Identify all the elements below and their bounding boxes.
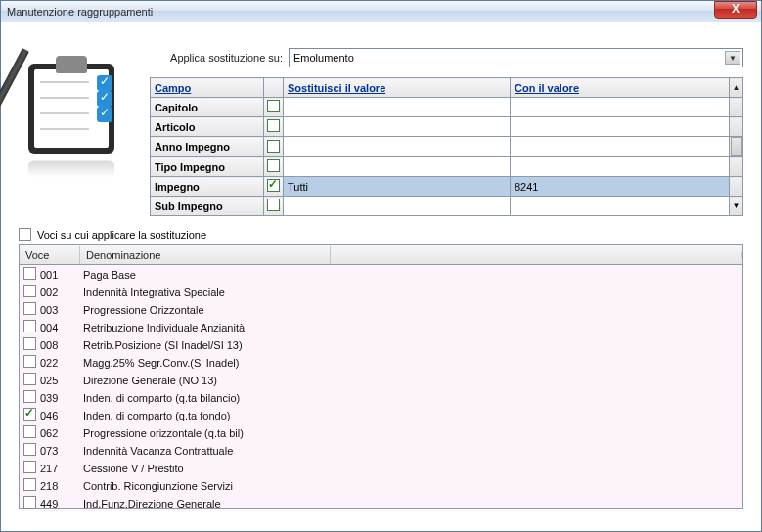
row-checkbox[interactable] — [23, 390, 36, 403]
voce-denominazione: Cessione V / Prestito — [83, 461, 742, 474]
row-checkbox[interactable] — [23, 443, 36, 456]
voce-code: 022 — [40, 355, 83, 369]
substitution-table: Campo Sostituisci il valore Con il valor… — [150, 77, 743, 216]
conil-cell[interactable] — [511, 137, 730, 157]
row-enable-checkbox[interactable] — [264, 157, 284, 177]
conil-cell[interactable]: 8241 — [511, 177, 730, 197]
row-checkbox[interactable] — [23, 337, 36, 350]
list-item[interactable]: 218Contrib. Ricongiunzione Servizi — [20, 476, 742, 494]
list-item[interactable]: 217Cessione V / Prestito — [20, 459, 742, 476]
row-checkbox[interactable] — [23, 302, 36, 315]
close-icon: X — [732, 2, 740, 16]
col-voce[interactable]: Voce — [20, 246, 80, 264]
substitution-row: ImpegnoTutti8241 — [151, 177, 743, 197]
scroll-up[interactable]: ▲ — [730, 78, 743, 98]
checkbox-icon — [267, 179, 280, 192]
row-enable-checkbox[interactable] — [264, 98, 284, 117]
voce-denominazione: Progressione Orizzontale — [83, 302, 742, 316]
col-campo[interactable]: Campo — [151, 78, 264, 98]
conil-cell[interactable] — [511, 197, 730, 216]
row-checkbox[interactable] — [23, 478, 36, 491]
voce-code: 073 — [40, 443, 83, 457]
voci-grid: Voce Denominazione 001Paga Base002Indenn… — [19, 244, 743, 509]
scrollbar-thumb[interactable] — [731, 137, 742, 156]
voci-grid-header: Voce Denominazione — [20, 245, 742, 265]
list-item[interactable]: 046Inden. di comparto (q.ta fondo) — [20, 406, 742, 423]
list-item[interactable]: 073Indennità Vacanza Contrattuale — [20, 441, 742, 459]
window: Manutenzione raggruppamenti X — [0, 0, 762, 532]
checkbox-icon — [267, 140, 280, 153]
conil-cell[interactable] — [511, 98, 730, 117]
row-checkbox[interactable] — [23, 320, 36, 332]
col-sostituisci[interactable]: Sostituisci il valore — [284, 78, 511, 98]
list-item[interactable]: 039Inden. di comparto (q.ta bilancio) — [20, 388, 742, 406]
row-checkbox[interactable] — [23, 461, 36, 473]
apply-dropdown[interactable]: Emolumento ▼ — [289, 48, 743, 67]
sostituisci-cell[interactable] — [284, 98, 511, 117]
col-denominazione[interactable]: Denominazione — [80, 246, 331, 264]
voce-code: 003 — [40, 302, 83, 316]
campo-cell: Impegno — [151, 177, 264, 197]
voce-code: 008 — [40, 337, 83, 351]
icon-column — [19, 40, 150, 173]
chevron-down-icon: ▼ — [725, 51, 740, 65]
list-item[interactable]: 003Progressione Orizzontale — [20, 300, 742, 318]
clipboard-icon — [19, 46, 126, 173]
scrollbar-track[interactable] — [730, 137, 743, 157]
list-item[interactable]: 449Ind.Funz.Direzione Generale — [20, 494, 742, 511]
row-checkbox[interactable] — [23, 408, 36, 421]
row-checkbox[interactable] — [23, 267, 36, 280]
row-enable-checkbox[interactable] — [264, 197, 284, 216]
list-item[interactable]: 022Magg.25% Segr.Conv.(Si Inadel) — [20, 353, 742, 371]
titlebar: Manutenzione raggruppamenti X — [1, 1, 761, 22]
substitution-row: Sub Impegno▼ — [151, 197, 743, 216]
close-button[interactable]: X — [714, 1, 757, 19]
voce-code: 449 — [40, 496, 83, 510]
voce-code: 062 — [40, 425, 83, 439]
scroll-down[interactable]: ▼ — [730, 197, 743, 216]
sostituisci-cell[interactable]: Tutti — [284, 177, 511, 197]
row-checkbox[interactable] — [23, 425, 36, 438]
row-enable-checkbox[interactable] — [264, 137, 284, 157]
voci-section: Voci su cui applicare la sostituzione Vo… — [19, 228, 743, 509]
list-item[interactable]: 008Retrib.Posizione (SI Inadel/SI 13) — [20, 335, 742, 353]
voce-code: 217 — [40, 461, 83, 474]
conil-cell[interactable] — [511, 157, 730, 177]
row-enable-checkbox[interactable] — [264, 117, 284, 137]
scrollbar-track[interactable] — [730, 98, 743, 117]
sostituisci-cell[interactable] — [284, 197, 511, 216]
list-item[interactable]: 025Direzione Generale (NO 13) — [20, 371, 742, 388]
sostituisci-cell[interactable] — [284, 117, 511, 137]
row-checkbox[interactable] — [23, 285, 36, 297]
form-column: Applica sostituzione su: Emolumento ▼ Ca… — [150, 40, 743, 216]
row-checkbox[interactable] — [23, 496, 36, 509]
voce-denominazione: Contrib. Ricongiunzione Servizi — [83, 478, 742, 492]
scrollbar-track[interactable] — [730, 177, 743, 197]
scrollbar-track[interactable] — [730, 117, 743, 137]
list-item[interactable]: 002Indennità Integrativa Speciale — [20, 283, 742, 300]
scrollbar-track[interactable] — [730, 157, 743, 177]
sostituisci-cell[interactable] — [284, 157, 511, 177]
voce-denominazione: Retribuzione Individuale Anzianità — [83, 320, 742, 333]
row-checkbox[interactable] — [23, 373, 36, 385]
apply-dropdown-value: Emolumento — [293, 52, 354, 64]
voce-denominazione: Inden. di comparto (q.ta bilancio) — [83, 390, 742, 404]
voci-select-all-checkbox[interactable] — [19, 228, 31, 241]
list-item[interactable]: 004Retribuzione Individuale Anzianità — [20, 318, 742, 335]
voce-denominazione: Indennità Integrativa Speciale — [83, 285, 742, 298]
voce-denominazione: Progressione orizzontale (q.ta bil) — [83, 425, 742, 439]
substitution-row: Articolo — [151, 117, 743, 137]
row-enable-checkbox[interactable] — [264, 177, 284, 197]
list-item[interactable]: 001Paga Base — [20, 265, 742, 283]
sostituisci-cell[interactable] — [284, 137, 511, 157]
campo-cell: Tipo Impegno — [151, 157, 264, 177]
voce-denominazione: Direzione Generale (NO 13) — [83, 373, 742, 386]
list-item[interactable]: 062Progressione orizzontale (q.ta bil) — [20, 423, 742, 441]
conil-cell[interactable] — [511, 117, 730, 137]
voce-denominazione: Retrib.Posizione (SI Inadel/SI 13) — [83, 337, 742, 351]
row-checkbox[interactable] — [23, 355, 36, 368]
voce-denominazione: Indennità Vacanza Contrattuale — [83, 443, 742, 457]
col-conil[interactable]: Con il valore — [511, 78, 730, 98]
top-row: Applica sostituzione su: Emolumento ▼ Ca… — [19, 40, 743, 216]
content-area: Applica sostituzione su: Emolumento ▼ Ca… — [1, 22, 761, 531]
